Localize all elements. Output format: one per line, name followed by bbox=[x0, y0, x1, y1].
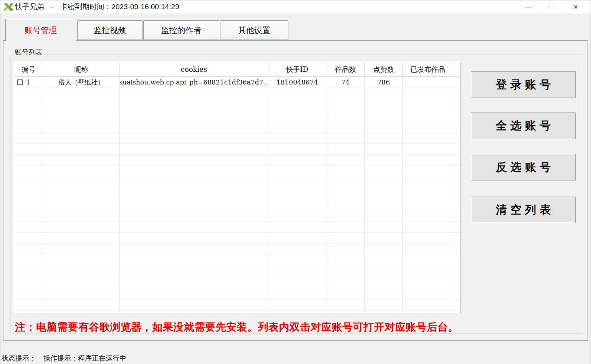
table-cell-filler bbox=[453, 77, 460, 88]
empty-cell-filler bbox=[453, 177, 460, 188]
empty-row bbox=[14, 233, 460, 244]
empty-cell bbox=[268, 288, 326, 299]
empty-cell bbox=[268, 277, 326, 288]
empty-cell bbox=[120, 277, 268, 288]
license-expiry: 卡密到期时间：2023-09-16 00:14:29 bbox=[60, 3, 179, 11]
column-header[interactable]: 编号 bbox=[14, 62, 43, 76]
empty-cell bbox=[326, 144, 365, 154]
login-accounts-button[interactable]: 登录账号 bbox=[471, 71, 576, 98]
empty-cell bbox=[326, 99, 365, 110]
tab-label: 监控视频 bbox=[94, 25, 126, 36]
empty-cell bbox=[43, 255, 120, 266]
column-header-filler bbox=[453, 62, 460, 76]
minimize-button[interactable]: — bbox=[516, 0, 540, 13]
empty-cell-filler bbox=[453, 299, 460, 310]
column-header[interactable]: 昵称 bbox=[43, 62, 120, 76]
table-cell: 俗人（壁纸社） bbox=[43, 77, 120, 88]
empty-cell bbox=[268, 233, 326, 243]
table-cell: 1 bbox=[14, 77, 43, 88]
invert-selection-button[interactable]: 反选账号 bbox=[471, 154, 576, 180]
column-header[interactable]: 作品数 bbox=[326, 62, 365, 76]
column-header[interactable]: 已发布作品 bbox=[403, 62, 453, 76]
tab-other-settings[interactable]: 其他设置 bbox=[220, 20, 288, 40]
empty-cell-filler bbox=[453, 166, 460, 177]
empty-row bbox=[14, 210, 460, 222]
empty-cell-filler bbox=[453, 222, 460, 232]
empty-cell bbox=[120, 155, 268, 165]
tab-monitored-authors[interactable]: 监控的作者 bbox=[143, 20, 219, 40]
empty-cell bbox=[120, 255, 268, 266]
empty-cell bbox=[365, 266, 403, 277]
empty-cell bbox=[120, 144, 268, 154]
empty-cell bbox=[43, 110, 120, 121]
empty-cell bbox=[120, 188, 268, 199]
empty-cell bbox=[268, 299, 326, 310]
empty-cell bbox=[43, 155, 120, 165]
empty-cell bbox=[120, 299, 268, 310]
column-header[interactable]: cookies bbox=[120, 62, 268, 76]
empty-cell bbox=[120, 88, 268, 99]
empty-cell bbox=[120, 121, 268, 132]
empty-cell bbox=[403, 233, 453, 243]
close-button[interactable]: ✕ bbox=[564, 0, 588, 13]
empty-cell bbox=[403, 266, 453, 277]
empty-cell bbox=[14, 166, 43, 177]
empty-row bbox=[14, 121, 460, 132]
tab-account-management[interactable]: 账号管理 bbox=[5, 19, 76, 41]
empty-row bbox=[14, 288, 460, 299]
empty-row bbox=[14, 299, 460, 311]
empty-cell bbox=[365, 199, 403, 210]
empty-cell-filler bbox=[453, 121, 460, 132]
empty-cell bbox=[14, 144, 43, 154]
empty-row bbox=[14, 311, 460, 313]
empty-cell bbox=[120, 311, 268, 313]
table-header-row: 编号昵称cookies快手ID作品数点赞数已发布作品 bbox=[14, 62, 460, 77]
clear-list-button[interactable]: 清空列表 bbox=[471, 197, 576, 223]
empty-cell-filler bbox=[453, 255, 460, 266]
window-controls: —☐✕ bbox=[516, 0, 588, 13]
empty-cell-filler bbox=[453, 110, 460, 121]
empty-cell bbox=[268, 88, 326, 99]
empty-cell bbox=[365, 110, 403, 121]
empty-cell bbox=[120, 222, 268, 232]
account-row[interactable]: 1俗人（壁纸社）kuaishou.web.cp.api_ph=68821c1df… bbox=[14, 77, 460, 88]
empty-cell bbox=[14, 266, 43, 277]
empty-cell bbox=[365, 99, 403, 110]
row-checkbox[interactable] bbox=[17, 79, 23, 85]
account-table[interactable]: 编号昵称cookies快手ID作品数点赞数已发布作品 1俗人（壁纸社）kuais… bbox=[14, 62, 460, 313]
empty-cell bbox=[14, 255, 43, 266]
button-label: 登录账号 bbox=[496, 77, 554, 93]
status-message: 操作提示：程序正在运行中 bbox=[43, 352, 126, 364]
empty-cell bbox=[14, 177, 43, 188]
empty-cell bbox=[268, 188, 326, 199]
table-cell bbox=[403, 77, 453, 88]
empty-cell bbox=[43, 210, 120, 221]
empty-row bbox=[14, 177, 460, 188]
column-header[interactable]: 快手ID bbox=[268, 62, 326, 76]
tab-monitor-videos[interactable]: 监控视频 bbox=[77, 20, 142, 40]
empty-cell bbox=[43, 277, 120, 288]
empty-cell bbox=[43, 233, 120, 243]
empty-cell bbox=[326, 288, 365, 299]
button-label: 反选账号 bbox=[496, 160, 554, 175]
select-all-accounts-button[interactable]: 全选账号 bbox=[471, 113, 576, 139]
empty-cell bbox=[326, 166, 365, 177]
empty-cell bbox=[43, 132, 120, 143]
empty-row bbox=[14, 144, 460, 155]
empty-cell bbox=[326, 88, 365, 99]
empty-cell bbox=[268, 210, 326, 221]
empty-cell bbox=[365, 255, 403, 266]
empty-row bbox=[14, 199, 460, 210]
empty-cell bbox=[268, 155, 326, 165]
empty-cell bbox=[14, 188, 43, 199]
empty-cell bbox=[43, 299, 120, 310]
app-window: 快子兄弟-卡密到期时间：2023-09-16 00:14:29 —☐✕ 账号管理… bbox=[0, 0, 591, 364]
empty-cell bbox=[365, 244, 403, 255]
empty-cell bbox=[365, 210, 403, 221]
empty-cell bbox=[43, 244, 120, 255]
column-header[interactable]: 点赞数 bbox=[365, 62, 403, 76]
empty-cell bbox=[326, 244, 365, 255]
tab-label: 监控的作者 bbox=[161, 25, 202, 36]
empty-cell bbox=[365, 144, 403, 154]
empty-cell bbox=[43, 266, 120, 277]
